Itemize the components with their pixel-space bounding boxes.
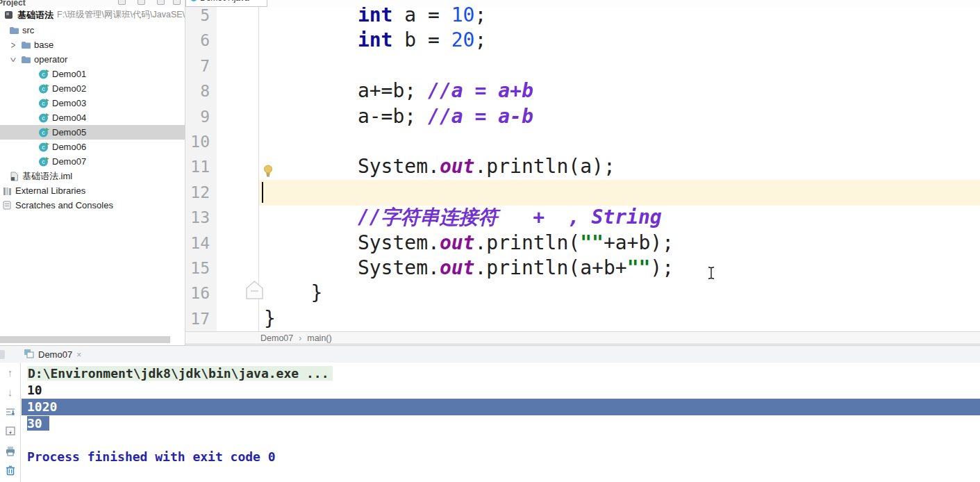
line-number[interactable]: 8 <box>185 78 217 103</box>
code-line-9[interactable]: a-=b; //a = a-b <box>259 104 980 129</box>
line-number[interactable]: 11 <box>185 154 217 179</box>
chevron-right-icon: › <box>299 333 301 343</box>
tree-item-Demo07[interactable]: cDemo07 <box>0 154 185 169</box>
tree-item-src[interactable]: src <box>0 23 185 38</box>
svg-text:c: c <box>42 115 45 122</box>
code-line-6[interactable]: int b = 20; <box>259 28 980 53</box>
print-icon[interactable] <box>4 444 16 456</box>
code-line-11[interactable]: System.out.println(a); <box>259 154 980 179</box>
tree-item-Scratches and Consoles[interactable]: Scratches and Consoles <box>0 198 185 213</box>
scroll-to-end-icon[interactable] <box>4 425 16 437</box>
code-line-10[interactable] <box>259 129 980 154</box>
breadcrumb-member[interactable]: main() <box>307 333 331 343</box>
tree-item-基础语法.iml[interactable]: 基础语法.iml <box>0 169 185 183</box>
folder-icon <box>8 25 19 36</box>
clear-all-icon[interactable] <box>4 464 16 476</box>
text-caret <box>262 182 263 203</box>
tree-item-Demo03[interactable]: cDemo03 <box>0 96 185 110</box>
class-icon: c <box>38 98 49 109</box>
class-icon: c <box>38 83 49 94</box>
chevron-down-icon[interactable]: > <box>8 56 19 64</box>
line-number[interactable]: 16 <box>185 281 217 306</box>
project-panel: 基础语法 F:\班级管理\网课班\代码\JavaSE\基础 src>base>o… <box>0 7 185 345</box>
console-output[interactable]: D:\Environment\jdk8\jdk\bin\java.exe ...… <box>22 365 980 465</box>
panel-toolbar-icon[interactable] <box>173 0 181 5</box>
horizontal-scrollbar[interactable] <box>0 336 170 343</box>
tree-item-label: Demo03 <box>52 98 86 108</box>
code-line-5[interactable]: int a = 10; <box>259 7 980 28</box>
code-line-16[interactable]: } <box>259 281 980 306</box>
code-line-12[interactable] <box>259 180 980 205</box>
class-icon: c <box>38 69 49 80</box>
soft-wrap-icon[interactable] <box>4 406 16 417</box>
line-number[interactable]: 10 <box>185 129 217 154</box>
code-line-7[interactable] <box>259 53 980 78</box>
chevron-right-icon[interactable]: > <box>9 40 17 51</box>
down-the-stack-trace-icon[interactable]: ↓ <box>4 386 16 398</box>
tree-item-External Libraries[interactable]: External Libraries <box>0 183 185 198</box>
tree-item-Demo05[interactable]: cDemo05 <box>0 125 185 140</box>
svg-text:c: c <box>42 100 45 107</box>
panel-toolbar-icon[interactable] <box>138 0 145 5</box>
class-icon: c <box>38 142 49 153</box>
line-number[interactable]: 6 <box>185 28 217 53</box>
run-tool-window-tabbar: Demo07 × <box>0 345 980 363</box>
line-number[interactable]: 9 <box>185 104 217 129</box>
tree-item-Demo04[interactable]: cDemo04 <box>0 110 185 125</box>
console-line[interactable] <box>22 432 980 449</box>
line-number[interactable]: 15 <box>185 256 217 281</box>
console-line[interactable]: 1020 <box>22 399 980 415</box>
close-icon[interactable]: × <box>252 0 256 2</box>
tree-item-label: 基础语法.iml <box>22 170 72 183</box>
line-numbers[interactable]: 567891011121314151617 <box>185 7 217 331</box>
line-number[interactable]: 13 <box>185 205 217 230</box>
code-lines[interactable]: int a = 10;int b = 20;a+=b; //a = a+ba-=… <box>259 7 980 331</box>
code-line-14[interactable]: System.out.println(""+a+b); <box>259 231 980 256</box>
line-number[interactable]: 14 <box>185 231 217 256</box>
tree-item-Demo02[interactable]: cDemo02 <box>0 81 185 96</box>
code-line-13[interactable]: //字符串连接符 + , String <box>259 205 980 230</box>
svg-text:c: c <box>42 129 45 136</box>
code-line-8[interactable]: a+=b; //a = a+b <box>259 78 980 103</box>
iml-file-icon <box>8 171 19 182</box>
line-number[interactable]: 17 <box>185 306 217 331</box>
tree-item-operator[interactable]: >operator <box>0 52 185 67</box>
intention-lightbulb-icon[interactable] <box>263 165 273 181</box>
run-tab-demo07[interactable]: Demo07 × <box>19 346 85 363</box>
code-editor[interactable]: 567891011121314151617 int a = 10;int b =… <box>185 7 980 331</box>
line-number[interactable]: 12 <box>185 180 217 205</box>
up-the-stack-trace-icon[interactable]: ↑ <box>4 367 16 379</box>
editor-tab-label: Demo07.java <box>200 0 249 3</box>
tree-item-label: src <box>22 25 34 35</box>
svg-text:c: c <box>42 85 45 92</box>
project-root-name: 基础语法 <box>17 9 53 22</box>
project-root-path: F:\班级管理\网课班\代码\JavaSE\基础 <box>57 9 185 21</box>
tree-item-Demo06[interactable]: cDemo06 <box>0 140 185 154</box>
tree-item-Demo01[interactable]: cDemo01 <box>0 67 185 81</box>
console-line[interactable]: Process finished with exit code 0 <box>22 449 980 465</box>
console-line[interactable]: D:\Environment\jdk8\jdk\bin\java.exe ... <box>22 365 980 382</box>
panel-toolbar-icon[interactable] <box>118 0 126 5</box>
project-icon <box>3 10 14 21</box>
breadcrumb-file[interactable]: Demo07 <box>260 333 293 343</box>
tree-item-label: Demo01 <box>52 69 86 79</box>
fold-marker-icon[interactable] <box>245 280 264 303</box>
code-line-17[interactable]: } <box>259 306 980 331</box>
java-class-icon <box>190 0 197 1</box>
panel-toolbar-icon[interactable] <box>157 0 165 5</box>
tree-item-label: Scratches and Consoles <box>15 200 113 210</box>
editor-tab-demo07[interactable]: Demo07.java × <box>185 0 267 7</box>
console-line[interactable]: 30 <box>22 415 980 432</box>
code-line-15[interactable]: System.out.println(a+b+""); <box>259 256 980 281</box>
ide-window: Project Demo07.java × 基础语法 F:\班级管理\网课班\代… <box>0 0 980 482</box>
close-icon[interactable]: × <box>76 350 81 360</box>
tree-item-label: Demo02 <box>52 83 86 94</box>
line-number[interactable]: 5 <box>185 7 217 28</box>
line-number[interactable]: 7 <box>185 53 217 78</box>
tree-item-label: Demo06 <box>52 142 86 152</box>
tree-item-label: External Libraries <box>15 185 85 196</box>
tree-item-base[interactable]: >base <box>0 38 185 52</box>
tool-window-icon <box>0 350 5 359</box>
console-line[interactable]: 10 <box>22 382 980 399</box>
tree-item-project-root[interactable]: 基础语法 F:\班级管理\网课班\代码\JavaSE\基础 <box>0 7 185 23</box>
